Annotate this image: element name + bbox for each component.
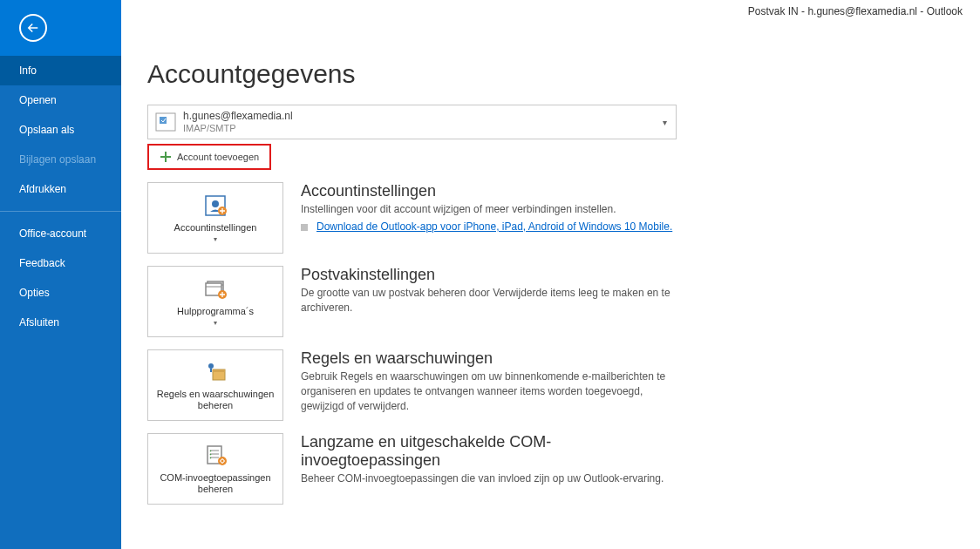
sidebar-item-opties[interactable]: Opties — [0, 278, 121, 308]
tile-label: COM-invoegtoepassingen beheren — [152, 472, 279, 495]
account-email: h.gunes@flexamedia.nl — [183, 110, 663, 122]
section-title: Postvakinstellingen — [301, 266, 684, 284]
window-title: Postvak IN - h.gunes@flexamedia.nl - Out… — [731, 0, 980, 23]
section: Hulpprogramma´s▾PostvakinstellingenDe gr… — [147, 266, 980, 337]
main-content: Accountgegevens h.gunes@flexamedia.nl IM… — [121, 0, 980, 549]
section-title: Accountinstellingen — [301, 182, 684, 200]
tile-icon — [201, 276, 230, 302]
tile-button[interactable]: Regels en waarschuwingen beheren — [147, 349, 283, 421]
section-description: Gebruik Regels en waarschuwingen om uw b… — [301, 369, 684, 413]
add-account-button[interactable]: Account toevoegen — [147, 144, 271, 170]
tile-icon — [201, 359, 230, 385]
sidebar-item-openen[interactable]: Openen — [0, 85, 121, 115]
account-icon — [155, 111, 176, 133]
account-info: h.gunes@flexamedia.nl IMAP/SMTP — [183, 110, 663, 134]
back-button[interactable] — [19, 14, 47, 42]
section-content: Regels en waarschuwingenGebruik Regels e… — [301, 349, 684, 421]
chevron-down-icon: ▾ — [214, 235, 217, 243]
sidebar-divider — [0, 211, 121, 212]
chevron-down-icon: ▾ — [214, 319, 217, 327]
section-title: Regels en waarschuwingen — [301, 349, 684, 368]
svg-point-3 — [212, 200, 219, 207]
tile-button[interactable]: Accountinstellingen▾ — [147, 182, 283, 254]
section-content: PostvakinstellingenDe grootte van uw pos… — [301, 266, 684, 337]
section: COM-invoegtoepassingen beherenLangzame e… — [147, 433, 980, 505]
sidebar-item-office-account[interactable]: Office-account — [0, 219, 121, 248]
svg-point-17 — [218, 457, 227, 465]
account-selector[interactable]: h.gunes@flexamedia.nl IMAP/SMTP ▾ — [147, 105, 677, 139]
back-arrow-icon — [25, 20, 41, 36]
sidebar-item-bijlagen-opslaan: Bijlagen opslaan — [0, 145, 121, 174]
tile-button[interactable]: COM-invoegtoepassingen beheren — [147, 433, 283, 505]
section-title: Langzame en uitgeschakelde COM-invoegtoe… — [301, 433, 684, 470]
account-type: IMAP/SMTP — [183, 123, 663, 134]
tile-icon — [201, 193, 230, 219]
section-description: De grootte van uw postvak beheren door V… — [301, 286, 684, 315]
svg-rect-1 — [160, 117, 167, 124]
section-description: Instellingen voor dit account wijzigen o… — [301, 202, 684, 217]
app-container: InfoOpenenOpslaan alsBijlagen opslaanAfd… — [0, 0, 980, 549]
page-title: Accountgegevens — [147, 59, 980, 89]
sidebar-item-afsluiten[interactable]: Afsluiten — [0, 308, 121, 337]
sidebar-item-info[interactable]: Info — [0, 56, 121, 85]
svg-point-10 — [208, 363, 214, 369]
backstage-sidebar: InfoOpenenOpslaan alsBijlagen opslaanAfd… — [0, 0, 121, 549]
sidebar-item-opslaan-als[interactable]: Opslaan als — [0, 115, 121, 145]
bullet-icon — [301, 224, 308, 231]
section-content: Langzame en uitgeschakelde COM-invoegtoe… — [301, 433, 684, 505]
add-account-label: Account toevoegen — [177, 152, 259, 162]
sidebar-item-afdrukken[interactable]: Afdrukken — [0, 174, 121, 204]
download-app-link[interactable]: Download de Outlook-app voor iPhone, iPa… — [316, 220, 672, 233]
tile-button[interactable]: Hulpprogramma´s▾ — [147, 266, 283, 337]
link-row: Download de Outlook-app voor iPhone, iPa… — [301, 220, 684, 233]
tile-icon — [201, 443, 230, 469]
tile-label: Hulpprogramma´s — [177, 306, 254, 317]
plus-icon — [160, 151, 172, 163]
section-description: Beheer COM-invoegtoepassingen die van in… — [301, 471, 684, 486]
chevron-down-icon: ▾ — [663, 118, 667, 127]
tile-label: Accountinstellingen — [174, 222, 257, 234]
section-content: AccountinstellingenInstellingen voor dit… — [301, 182, 684, 254]
tile-label: Regels en waarschuwingen beheren — [152, 389, 279, 411]
svg-rect-12 — [213, 369, 225, 372]
section: Accountinstellingen▾AccountinstellingenI… — [147, 182, 980, 254]
sidebar-item-feedback[interactable]: Feedback — [0, 248, 121, 278]
section: Regels en waarschuwingen beherenRegels e… — [147, 349, 980, 421]
back-area — [0, 0, 121, 56]
